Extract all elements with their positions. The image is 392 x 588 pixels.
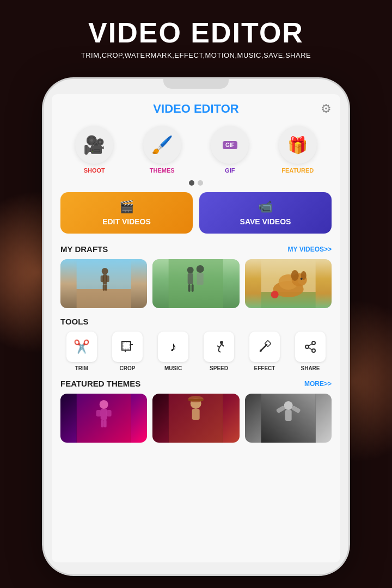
draft-beach-image bbox=[60, 259, 147, 308]
music-icon-box: ♪ bbox=[158, 332, 188, 362]
themes-row bbox=[60, 394, 332, 443]
share-icon bbox=[304, 340, 317, 353]
dot-1 bbox=[189, 180, 194, 186]
shoot-icon: 🎥 bbox=[83, 134, 105, 155]
tools-row: ✂️ TRIM CROP bbox=[60, 332, 332, 371]
svg-rect-49 bbox=[96, 410, 101, 416]
shoot-icon-circle: 🎥 bbox=[75, 126, 113, 164]
dot-2 bbox=[198, 180, 203, 186]
action-buttons: 🎬 EDIT VIDEOS 📹 SAVE VIDEOS bbox=[52, 192, 340, 234]
tool-effect[interactable]: EFFECT bbox=[243, 332, 286, 371]
featured-label: FEATURED bbox=[281, 167, 314, 174]
gif-icon-circle: GIF bbox=[211, 126, 249, 164]
draft-item-2[interactable] bbox=[152, 259, 239, 308]
settings-icon[interactable]: ⚙ bbox=[321, 102, 332, 116]
tool-trim[interactable]: ✂️ TRIM bbox=[60, 332, 103, 371]
svg-rect-5 bbox=[101, 275, 104, 282]
tool-music[interactable]: ♪ MUSIC bbox=[152, 332, 194, 371]
header-subtitle: TRIM,CROP,WATERMARK,EFFECT,MOTION,MUSIC,… bbox=[0, 51, 392, 59]
svg-point-40 bbox=[312, 341, 315, 345]
draft-dog-image bbox=[245, 259, 332, 308]
svg-point-47 bbox=[100, 400, 108, 409]
svg-line-34 bbox=[218, 347, 219, 351]
theme-item-3[interactable] bbox=[245, 394, 332, 443]
themes-icon-circle: 🖌️ bbox=[143, 126, 181, 164]
feature-featured[interactable]: 🎁 FEATURED bbox=[279, 126, 317, 174]
svg-point-3 bbox=[102, 268, 108, 274]
svg-point-31 bbox=[220, 341, 223, 344]
phone-screen: VIDEO EDITOR ⚙ 🎥 SHOOT 🖌️ THEMES GIF bbox=[52, 94, 340, 562]
svg-line-36 bbox=[222, 344, 224, 346]
trim-label: TRIM bbox=[75, 365, 88, 371]
phone-frame: VIDEO EDITOR ⚙ 🎥 SHOOT 🖌️ THEMES GIF bbox=[44, 79, 348, 574]
featured-section: FEATURED THEMES MORE>> bbox=[52, 371, 340, 443]
features-row: 🎥 SHOOT 🖌️ THEMES GIF GIF 🎁 bbox=[52, 120, 340, 176]
svg-point-61 bbox=[284, 401, 292, 410]
tool-crop[interactable]: CROP bbox=[106, 332, 149, 371]
drafts-title: MY DRAFTS bbox=[60, 244, 108, 254]
svg-rect-2 bbox=[77, 289, 131, 308]
share-icon-box bbox=[295, 332, 326, 362]
svg-point-26 bbox=[271, 291, 278, 298]
speed-icon bbox=[212, 340, 226, 353]
themes-icon: 🖌️ bbox=[151, 134, 173, 155]
featured-icon: 🎁 bbox=[287, 136, 308, 155]
draft-item-3[interactable] bbox=[245, 259, 332, 308]
svg-point-25 bbox=[300, 278, 302, 280]
tool-speed[interactable]: SPEED bbox=[198, 332, 240, 371]
app-header: VIDEO EDITOR ⚙ bbox=[52, 94, 340, 120]
svg-rect-50 bbox=[107, 410, 112, 416]
trim-icon-box: ✂️ bbox=[66, 332, 97, 362]
music-label: MUSIC bbox=[164, 365, 182, 371]
svg-line-33 bbox=[217, 346, 219, 347]
svg-rect-14 bbox=[197, 273, 204, 285]
featured-icon-circle: 🎁 bbox=[279, 126, 317, 164]
svg-rect-48 bbox=[101, 409, 107, 420]
svg-rect-12 bbox=[188, 273, 193, 284]
edit-videos-button[interactable]: 🎬 EDIT VIDEOS bbox=[60, 192, 193, 234]
svg-point-13 bbox=[197, 265, 204, 273]
save-videos-button[interactable]: 📹 SAVE VIDEOS bbox=[199, 192, 332, 234]
theme-item-1[interactable] bbox=[60, 394, 147, 443]
draft-couple-image bbox=[152, 259, 239, 308]
theme-item-2[interactable] bbox=[152, 394, 239, 443]
svg-line-35 bbox=[218, 351, 220, 352]
svg-line-44 bbox=[309, 347, 313, 350]
svg-rect-58 bbox=[192, 409, 200, 420]
tools-section: TOOLS ✂️ TRIM bbox=[52, 317, 340, 371]
svg-rect-30 bbox=[123, 342, 130, 349]
svg-rect-62 bbox=[285, 410, 291, 421]
shoot-label: SHOOT bbox=[84, 167, 105, 174]
header-section: VIDEO EDITOR TRIM,CROP,WATERMARK,EFFECT,… bbox=[0, 0, 392, 59]
feature-gif[interactable]: GIF GIF bbox=[211, 126, 249, 174]
music-icon: ♪ bbox=[170, 339, 176, 354]
crop-icon bbox=[121, 340, 134, 353]
svg-line-43 bbox=[309, 344, 313, 346]
draft-item-1[interactable] bbox=[60, 259, 147, 308]
svg-rect-10 bbox=[169, 259, 223, 308]
drafts-row bbox=[52, 259, 340, 317]
trim-icon: ✂️ bbox=[74, 339, 90, 354]
crop-label: CROP bbox=[120, 365, 136, 371]
effect-icon-box bbox=[249, 332, 280, 362]
feature-themes[interactable]: 🖌️ THEMES bbox=[143, 126, 181, 174]
my-videos-link[interactable]: MY VIDEOS>> bbox=[288, 246, 332, 253]
svg-line-32 bbox=[219, 344, 222, 347]
themes-label: THEMES bbox=[150, 167, 175, 174]
svg-rect-51 bbox=[101, 420, 104, 427]
speed-icon-box bbox=[204, 332, 234, 362]
save-icon: 📹 bbox=[258, 200, 273, 214]
share-label: SHARE bbox=[301, 365, 320, 371]
gif-label: GIF bbox=[225, 167, 235, 174]
svg-point-23 bbox=[291, 270, 298, 281]
speed-label: SPEED bbox=[210, 365, 228, 371]
header-title: VIDEO EDITOR bbox=[0, 16, 392, 49]
phone-notch bbox=[163, 79, 229, 89]
tool-share[interactable]: SHARE bbox=[289, 332, 332, 371]
svg-point-39 bbox=[260, 350, 262, 352]
feature-shoot[interactable]: 🎥 SHOOT bbox=[75, 126, 113, 174]
svg-rect-52 bbox=[104, 420, 107, 427]
svg-rect-8 bbox=[105, 284, 107, 291]
more-link[interactable]: MORE>> bbox=[304, 380, 332, 388]
tools-title: TOOLS bbox=[60, 317, 332, 326]
